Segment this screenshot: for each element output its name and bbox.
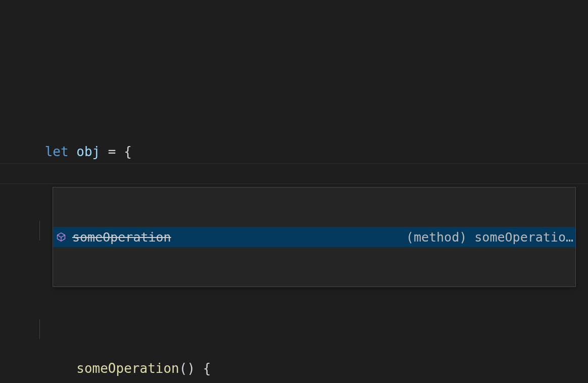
indent-guide (39, 221, 40, 241)
code-editor[interactable]: let obj = { /** @deprecated */ someOpera… (0, 0, 588, 383)
suggest-item[interactable]: someOperation (method) someOperatio… (53, 227, 575, 247)
keyword-let: let (45, 144, 69, 159)
paren-brace: () { (179, 361, 211, 376)
suggest-item-detail: (method) someOperatio… (396, 227, 573, 247)
function-name: someOperation (76, 361, 179, 376)
indent-guide (39, 319, 40, 339)
equals-brace: = { (100, 144, 132, 159)
code-line[interactable]: someOperation() { (13, 319, 588, 339)
code-line[interactable]: let obj = { (13, 122, 588, 142)
suggest-item-label: someOperation (72, 227, 171, 247)
space (69, 144, 77, 159)
current-line-highlight (0, 163, 588, 184)
indent (45, 361, 77, 376)
identifier-obj: obj (76, 144, 100, 159)
method-icon (55, 231, 67, 243)
suggest-widget[interactable]: someOperation (method) someOperatio… (53, 187, 576, 287)
